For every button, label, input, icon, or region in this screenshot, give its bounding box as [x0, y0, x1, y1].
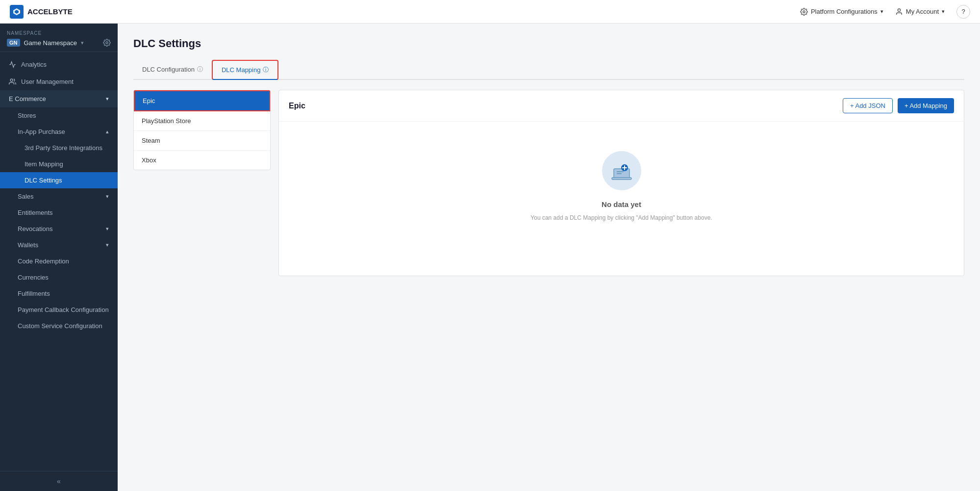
sidebar-item-in-app-purchase[interactable]: In-App Purchase ▴	[0, 124, 118, 140]
revocations-chevron: ▾	[106, 226, 109, 232]
namespace-badge: GN	[7, 39, 20, 47]
add-mapping-label: + Add Mapping	[905, 102, 947, 109]
sidebar-item-stores[interactable]: Stores	[0, 107, 118, 124]
gear-icon	[800, 8, 808, 16]
collapse-icon: «	[57, 477, 61, 485]
page-title: DLC Settings	[133, 37, 964, 50]
sidebar-item-payment-callback[interactable]: Payment Callback Configuration	[0, 302, 118, 318]
tab-dlc-configuration[interactable]: DLC Configuration ⓘ	[133, 60, 212, 79]
sidebar-item-code-redemption[interactable]: Code Redemption	[0, 253, 118, 269]
sidebar-collapse[interactable]: «	[0, 471, 118, 491]
custom-service-label: Custom Service Configuration	[18, 322, 102, 330]
content-area: Epic PlayStation Store Steam Xbox Epic	[133, 90, 964, 276]
user-management-label: User Management	[21, 78, 74, 85]
stores-label: Stores	[18, 112, 36, 119]
sidebar-item-revocations[interactable]: Revocations ▾	[0, 221, 118, 237]
sidebar-item-3rd-party[interactable]: 3rd Party Store Integrations	[0, 140, 118, 156]
wallets-label: Wallets	[18, 241, 38, 249]
mapping-panel: Epic + Add JSON + Add Mapping	[278, 90, 964, 276]
analytics-label: Analytics	[21, 61, 47, 68]
namespace-chevron: ▾	[81, 40, 84, 46]
namespace-section: NAMESPACE GN Game Namespace ▾	[0, 24, 118, 52]
platform-playstation-label: PlayStation Store	[142, 117, 191, 125]
platform-item-steam[interactable]: Steam	[134, 131, 270, 151]
svg-point-4	[106, 42, 108, 44]
mapping-panel-header: Epic + Add JSON + Add Mapping	[279, 90, 964, 122]
platform-list: Epic PlayStation Store Steam Xbox	[133, 90, 271, 170]
3rd-party-label: 3rd Party Store Integrations	[25, 144, 102, 152]
svg-rect-12	[617, 173, 622, 174]
namespace-left: GN Game Namespace ▾	[7, 39, 84, 47]
code-redemption-label: Code Redemption	[18, 258, 69, 265]
wallets-chevron: ▾	[106, 242, 109, 248]
sidebar-item-ecommerce[interactable]: E Commerce ▾	[0, 90, 118, 107]
sidebar-item-user-management[interactable]: User Management	[0, 73, 118, 90]
entitlements-label: Entitlements	[18, 209, 53, 216]
currencies-label: Currencies	[18, 274, 49, 281]
empty-icon	[602, 151, 641, 190]
namespace-icons	[103, 39, 111, 47]
topbar-right: Platform Configurations ▾ My Account ▾ ?	[800, 5, 970, 19]
sidebar-item-entitlements[interactable]: Entitlements	[0, 205, 118, 221]
sales-label: Sales	[18, 193, 34, 200]
svg-rect-7	[612, 178, 631, 180]
platform-item-playstation[interactable]: PlayStation Store	[134, 111, 270, 131]
sidebar-item-wallets[interactable]: Wallets ▾	[0, 237, 118, 253]
platform-item-epic[interactable]: Epic	[134, 90, 270, 111]
sidebar-nav: Analytics User Management E Commerce ▾ S…	[0, 52, 118, 471]
panel-actions: + Add JSON + Add Mapping	[843, 98, 954, 113]
empty-state: No data yet You can add a DLC Mapping by…	[279, 122, 964, 251]
platform-config-chevron: ▾	[880, 8, 883, 15]
platform-item-xbox[interactable]: Xbox	[134, 151, 270, 170]
svg-point-3	[898, 9, 900, 11]
topbar: ACCELBYTE Platform Configurations ▾ My A…	[0, 0, 980, 24]
chart-icon	[9, 61, 16, 68]
add-json-label: + Add JSON	[850, 102, 885, 109]
namespace-name: Game Namespace	[24, 39, 77, 47]
namespace-label: NAMESPACE	[7, 30, 111, 36]
help-icon: ?	[961, 8, 965, 15]
my-account-label: My Account	[906, 8, 939, 15]
svg-rect-11	[617, 171, 624, 172]
ecommerce-chevron: ▾	[106, 96, 109, 102]
tabs: DLC Configuration ⓘ DLC Mapping ⓘ	[133, 60, 964, 80]
help-button[interactable]: ?	[956, 5, 970, 19]
revocations-label: Revocations	[18, 225, 53, 233]
users-icon	[9, 78, 16, 85]
sidebar-item-item-mapping[interactable]: Item Mapping	[0, 156, 118, 172]
add-mapping-button[interactable]: + Add Mapping	[898, 98, 954, 113]
empty-title: No data yet	[602, 200, 641, 208]
user-icon	[895, 8, 903, 16]
tab-dlc-configuration-label: DLC Configuration	[142, 66, 195, 73]
sidebar-item-dlc-settings[interactable]: DLC Settings	[0, 172, 118, 188]
in-app-purchase-label: In-App Purchase	[18, 128, 65, 135]
mapping-panel-title: Epic	[289, 102, 305, 110]
logo-icon	[10, 5, 24, 19]
dlc-settings-label: DLC Settings	[25, 177, 62, 184]
sidebar-item-analytics[interactable]: Analytics	[0, 56, 118, 73]
settings-icon[interactable]	[103, 39, 111, 47]
my-account-chevron: ▾	[942, 8, 945, 15]
namespace-selector[interactable]: GN Game Namespace ▾	[7, 39, 111, 47]
sales-chevron: ▾	[106, 193, 109, 200]
sidebar-item-fulfillments[interactable]: Fulfillments	[0, 285, 118, 302]
layout: NAMESPACE GN Game Namespace ▾ Analytics	[0, 24, 980, 491]
add-json-button[interactable]: + Add JSON	[843, 98, 893, 113]
main-content: DLC Settings DLC Configuration ⓘ DLC Map…	[118, 24, 980, 491]
platform-epic-label: Epic	[143, 97, 155, 104]
app-name: ACCELBYTE	[27, 7, 73, 16]
item-mapping-label: Item Mapping	[25, 160, 63, 168]
svg-point-5	[10, 79, 13, 81]
sidebar: NAMESPACE GN Game Namespace ▾ Analytics	[0, 24, 118, 491]
sidebar-item-custom-service[interactable]: Custom Service Configuration	[0, 318, 118, 334]
platform-xbox-label: Xbox	[142, 156, 156, 164]
my-account-nav[interactable]: My Account ▾	[895, 8, 945, 16]
in-app-purchase-chevron: ▴	[106, 129, 109, 135]
tab-dlc-mapping[interactable]: DLC Mapping ⓘ	[212, 60, 279, 80]
fulfillments-label: Fulfillments	[18, 290, 50, 297]
platform-config-nav[interactable]: Platform Configurations ▾	[800, 8, 883, 16]
sidebar-item-currencies[interactable]: Currencies	[0, 269, 118, 285]
svg-point-2	[803, 11, 805, 13]
sidebar-item-sales[interactable]: Sales ▾	[0, 188, 118, 205]
payment-callback-label: Payment Callback Configuration	[18, 306, 109, 313]
